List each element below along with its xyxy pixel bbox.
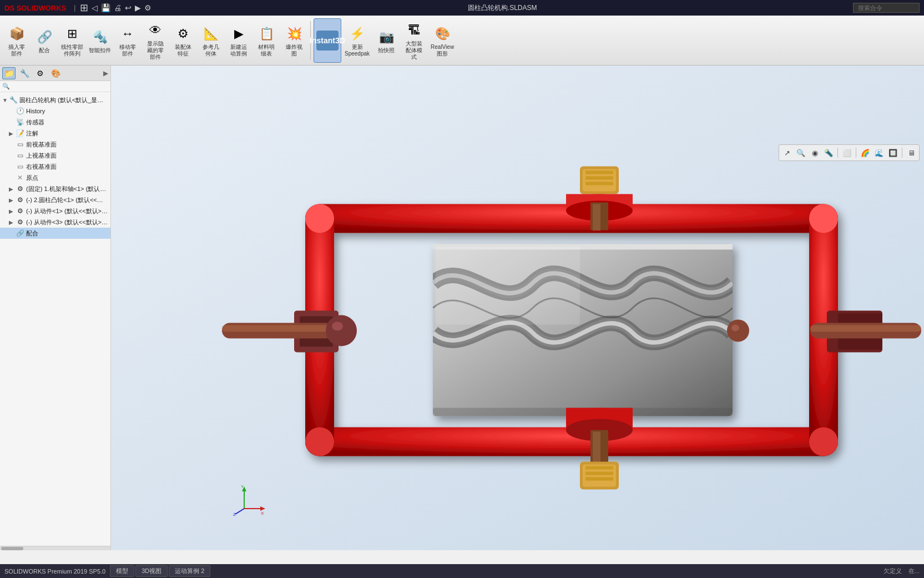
linear-pattern-label: 线性零部件阵列 bbox=[61, 44, 83, 57]
svg-text:X: X bbox=[261, 511, 264, 516]
status-right: 欠定义 在... bbox=[883, 567, 920, 575]
mate-icon: 🔗 bbox=[34, 27, 54, 47]
tree-item-front-plane[interactable]: ▭ 前视基准面 bbox=[0, 139, 110, 150]
root-expand-arrow: ▼ bbox=[2, 97, 9, 103]
window-title: 圆柱凸轮机构.SLDASM bbox=[152, 3, 853, 13]
3d-viewport[interactable]: ↗ 🔍 ◉ 🔦 ⬜ 🌈 🌊 🔲 🖥 bbox=[111, 66, 924, 550]
explode-icon: 💥 bbox=[284, 24, 304, 44]
move-part-label: 移动零部件 bbox=[119, 44, 136, 57]
toolbar-instant3d-btn[interactable]: Instant3D bbox=[314, 18, 341, 63]
toolbar-mate-btn[interactable]: 🔗 配合 bbox=[31, 18, 58, 63]
toolbar-speedpak-btn[interactable]: ⚡ 更新Speedpak bbox=[342, 18, 372, 63]
tab-motion[interactable]: 运动算例 2 bbox=[169, 565, 210, 577]
svg-line-52 bbox=[235, 509, 244, 514]
tree-item-mate[interactable]: 🔗 配合 bbox=[0, 228, 110, 239]
toolbar-smart-fastener-btn[interactable]: 🔩 智能扣件 bbox=[87, 18, 113, 63]
origin-icon: ✕ bbox=[16, 173, 24, 182]
toolbar-reference-btn[interactable]: 📐 参考几何体 bbox=[198, 18, 224, 63]
title-options-btn[interactable]: ⚙ bbox=[144, 3, 152, 12]
history-label: History bbox=[26, 108, 45, 114]
hidden-lines-btn[interactable]: ⬜ bbox=[841, 147, 853, 159]
tree-item-part2[interactable]: ▶ ⚙ (-) 2.圆柱凸轮<1> (默认<<默认>_ bbox=[0, 194, 110, 205]
title-home-btn[interactable]: ⊞ bbox=[80, 2, 88, 14]
tree-item-part1[interactable]: ▶ ⚙ (固定) 1.机架和轴<1> (默认<<默认 bbox=[0, 183, 110, 194]
tree-item-right-plane[interactable]: ▭ 右视基准面 bbox=[0, 161, 110, 172]
title-back-btn[interactable]: ◁ bbox=[92, 3, 98, 12]
toolbar-move-part-btn[interactable]: ↔ 移动零部件 bbox=[114, 18, 141, 63]
toolbar-material-btn[interactable]: 📋 材料明细表 bbox=[253, 18, 280, 63]
title-print-btn[interactable]: 🖨 bbox=[114, 3, 122, 12]
svg-rect-14 bbox=[222, 325, 333, 332]
light-btn[interactable]: 🔦 bbox=[822, 147, 835, 159]
toolbar-snapshot-btn[interactable]: 📷 拍快照 bbox=[373, 18, 400, 63]
tree-item-part4[interactable]: ▶ ⚙ (-) 从动件<3> (默认<<默认>_显示 bbox=[0, 217, 110, 228]
config-manager-icon[interactable]: ⚙ bbox=[33, 67, 47, 79]
realview-btn[interactable]: 🌈 bbox=[859, 147, 871, 159]
part3-expand: ▶ bbox=[9, 208, 16, 214]
svg-rect-33 bbox=[593, 204, 600, 231]
search-input[interactable] bbox=[853, 3, 920, 13]
3d-model-view bbox=[111, 66, 924, 550]
part2-icon: ⚙ bbox=[16, 195, 24, 204]
title-arrow-btn[interactable]: ▶ bbox=[135, 3, 141, 12]
toolbar-insert-part-btn[interactable]: 📦 插入零部件 bbox=[3, 18, 30, 63]
show-hide-label: 显示隐藏的零部件 bbox=[147, 41, 164, 61]
property-manager-icon[interactable]: 🔧 bbox=[18, 67, 31, 79]
part4-label: (-) 从动件<3> (默认<<默认>_显示 bbox=[26, 218, 108, 227]
mate-label: 配合 bbox=[39, 47, 50, 54]
toolbar-assembly-feature-btn[interactable]: ⚙ 装配体特征 bbox=[170, 18, 196, 63]
svg-rect-23 bbox=[436, 247, 580, 325]
reference-label: 参考几何体 bbox=[203, 44, 219, 57]
toolbar-explode-btn[interactable]: 💥 爆炸视图 bbox=[281, 18, 307, 63]
tree-item-origin[interactable]: ✕ 原点 bbox=[0, 172, 110, 183]
show-hide-icon: 👁 bbox=[145, 21, 165, 41]
feature-manager-icon[interactable]: 📁 bbox=[2, 67, 16, 79]
snapshot-icon: 📷 bbox=[376, 27, 396, 47]
tree-item-top-plane[interactable]: ▭ 上视基准面 bbox=[0, 150, 110, 161]
axis-indicator: Y X Z bbox=[233, 484, 266, 517]
left-panel-scrollbar[interactable] bbox=[0, 546, 110, 550]
notes-icon: 📝 bbox=[16, 129, 24, 138]
panel-expand-btn[interactable]: ▶ bbox=[103, 69, 108, 77]
svg-point-16 bbox=[332, 322, 343, 331]
svg-point-15 bbox=[326, 315, 357, 346]
root-icon: 🔧 bbox=[9, 96, 18, 104]
tree-item-part3[interactable]: ▶ ⚙ (-) 从动件<1> (默认<<默认>_显示 bbox=[0, 205, 110, 217]
tab-3d-view[interactable]: 3D视图 bbox=[135, 565, 168, 577]
section-btn[interactable]: ◉ bbox=[809, 147, 821, 159]
main-toolbar: 📦 插入零部件 🔗 配合 ⊞ 线性零部件阵列 🔩 智能扣件 ↔ 移动零部件 👁 … bbox=[0, 16, 924, 66]
toolbar-show-hide-btn[interactable]: 👁 显示隐藏的零部件 bbox=[142, 18, 169, 63]
smart-fastener-icon: 🔩 bbox=[90, 27, 110, 47]
tree-item-history[interactable]: 🕐 History bbox=[0, 105, 110, 117]
title-undo-btn[interactable]: ↩ bbox=[125, 3, 132, 12]
display-manager-icon[interactable]: 🎨 bbox=[49, 67, 62, 79]
tree-root[interactable]: ▼ 🔧 圆柱凸轮机构 (默认<默认_显示状态-1> bbox=[0, 94, 110, 105]
part4-expand: ▶ bbox=[9, 219, 16, 225]
toolbar-large-assembly-btn[interactable]: 🏗 大型装配体模式 bbox=[401, 18, 427, 63]
toolbar-new-motion-btn[interactable]: ▶ 新建运动算例 bbox=[225, 18, 252, 63]
speedpak-icon: ⚡ bbox=[347, 24, 367, 44]
left-panel-scroll-thumb[interactable] bbox=[1, 547, 23, 550]
svg-text:Y: Y bbox=[241, 484, 244, 489]
toolbar-realview-btn[interactable]: 🎨 RealView图形 bbox=[428, 18, 456, 63]
toolbar-linear-pattern-btn[interactable]: ⊞ 线性零部件阵列 bbox=[59, 18, 85, 63]
panel-icons-bar: 📁 🔧 ⚙ 🎨 ▶ bbox=[0, 66, 110, 81]
tree-item-sensors[interactable]: 📡 传感器 bbox=[0, 117, 110, 128]
environment-btn[interactable]: 🌊 bbox=[873, 147, 885, 159]
left-panel: 📁 🔧 ⚙ 🎨 ▶ 🔍 ▼ 🔧 圆柱凸轮机构 (默认<默认_显示状态-1> 🕐 … bbox=[0, 66, 111, 550]
svg-rect-18 bbox=[810, 325, 921, 332]
magnifier-btn[interactable]: 🔍 bbox=[795, 147, 807, 159]
svg-rect-42 bbox=[585, 472, 613, 475]
tab-model[interactable]: 模型 bbox=[110, 565, 134, 577]
instant3d-icon: Instant3D bbox=[316, 31, 339, 51]
display-settings-btn[interactable]: 🖥 bbox=[905, 147, 917, 159]
background-btn[interactable]: 🔲 bbox=[887, 147, 899, 159]
svg-point-5 bbox=[305, 204, 334, 233]
status-bar: SOLIDWORKS Premium 2019 SP5.0 模型 3D视图 运动… bbox=[0, 564, 924, 578]
notes-label: 注解 bbox=[26, 129, 38, 138]
large-assembly-label: 大型装配体模式 bbox=[406, 41, 422, 61]
filter-icon[interactable]: 🔍 bbox=[2, 83, 10, 89]
title-save-btn[interactable]: 💾 bbox=[101, 3, 110, 12]
tree-item-notes[interactable]: ▶ 📝 注解 bbox=[0, 128, 110, 139]
view-direction-btn[interactable]: ↗ bbox=[781, 147, 793, 159]
